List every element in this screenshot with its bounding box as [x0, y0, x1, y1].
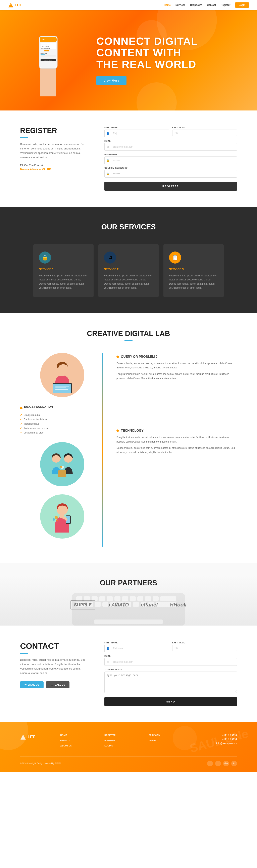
contact-email-row: EMAIL ✉: [104, 655, 237, 666]
first-name-input[interactable]: [111, 130, 169, 136]
svg-text:THE REAL WORLD: THE REAL WORLD: [41, 48, 50, 49]
footer-social: f t G+ in: [207, 761, 237, 766]
lab-image-3: [40, 494, 84, 538]
service-name-2: SERVICE 2: [104, 268, 153, 271]
logo-icon: [8, 2, 14, 8]
query-title: QUERY OR PROBLEM ?: [121, 355, 158, 359]
confirm-row: CONFIRM PASSWORD 🔒: [104, 167, 237, 178]
hero-cta-button[interactable]: View More: [96, 76, 127, 85]
footer-email: info@example.com: [197, 742, 237, 745]
footer-link-register[interactable]: REGISTER: [104, 734, 144, 737]
svg-rect-53: [87, 602, 93, 607]
logo-text: LITE: [15, 3, 23, 7]
query-text-1: Donec mi nulla, auctor nec sem a, ornare…: [117, 361, 237, 370]
svg-rect-59: [133, 602, 139, 607]
idea-title: IDEA & FOUNDATION: [24, 405, 53, 408]
service-icon-wrap-2: 🖥: [104, 251, 116, 264]
confirm-input[interactable]: [111, 171, 237, 177]
password-input[interactable]: [111, 157, 237, 163]
service-desc-1: Vestibulum ante ipsum primis in faucibus…: [39, 274, 88, 290]
register-body: Donec mi nulla, auctor nec sem a, ornare…: [20, 142, 88, 160]
password-input-wrap: 🔒: [104, 156, 237, 164]
idea-item-2: ✔Dapibus ac facilisis in: [20, 418, 104, 421]
contact-last-name-input[interactable]: [172, 645, 237, 651]
lab-image-1: [40, 353, 84, 397]
hero-phone-container: LITE CONNECT DIGITAL CONTENT WITH THE RE…: [16, 24, 80, 96]
nav-logo[interactable]: LITE: [8, 2, 23, 8]
service-name-1: SERVICE 1: [39, 268, 88, 271]
email-us-button[interactable]: ✉ EMAIL US: [20, 681, 43, 688]
contact-first-name-wrap: 👤: [104, 645, 169, 652]
service-card-1: 🔒 SERVICE 1 Vestibulum ante ipsum primis…: [33, 244, 94, 297]
contact-section: CONTACT Donec mi nulla, auctor nec sem a…: [0, 625, 257, 722]
footer-logo-text: LITE: [28, 735, 36, 739]
svg-rect-50: [153, 596, 159, 601]
footer-link-about[interactable]: ABOUT US: [60, 744, 100, 747]
partners-section: OUR PARTNERS SUPPLE ✈ AVIATO cPanel HHoo…: [0, 563, 257, 625]
svg-rect-49: [145, 596, 151, 601]
google-plus-icon[interactable]: G+: [223, 761, 229, 766]
twitter-icon[interactable]: t: [215, 761, 221, 766]
svg-rect-57: [118, 602, 124, 607]
hand-illustration: LITE CONNECT DIGITAL CONTENT WITH THE RE…: [28, 24, 68, 96]
svg-rect-52: [76, 602, 86, 607]
contact-title: CONTACT: [20, 642, 88, 651]
svg-rect-63: [94, 620, 163, 624]
last-name-group: LAST NAME: [172, 127, 237, 137]
confirm-lock-icon: 🔒: [105, 170, 111, 177]
service-card-2: 🖥 SERVICE 2 Vestibulum ante ipsum primis…: [98, 244, 159, 297]
contact-last-name-label: LAST NAME: [172, 642, 237, 644]
query-header: QUERY OR PROBLEM ?: [117, 355, 237, 359]
register-submit-button[interactable]: REGISTER: [104, 182, 237, 191]
nav-contact[interactable]: Contact: [207, 4, 216, 6]
svg-rect-25: [55, 389, 68, 390]
hand-phone: LITE CONNECT DIGITAL CONTENT WITH THE RE…: [28, 24, 68, 96]
lab-underline: [125, 340, 132, 341]
contact-email-input[interactable]: [111, 659, 237, 665]
services-underline: [125, 234, 132, 234]
lab-right-col: QUERY OR PROBLEM ? Donec mi nulla, aucto…: [117, 353, 237, 547]
timeline-line: [102, 353, 103, 547]
footer-link-logins[interactable]: LOGINS: [104, 744, 144, 747]
services-section: OUR SERVICES 🔒 SERVICE 1 Vestibulum ante…: [0, 207, 257, 313]
contact-name-row: FIRST NAME 👤 LAST NAME: [104, 642, 237, 652]
contact-message-input[interactable]: [105, 672, 237, 692]
register-title: REGISTER: [20, 127, 88, 135]
svg-point-35: [55, 516, 58, 519]
call-us-button[interactable]: 📞 CALL US: [46, 681, 69, 688]
service-desc-3: Vestibulum ante ipsum primis in faucibus…: [169, 274, 218, 290]
svg-text:View More: View More: [44, 50, 49, 51]
nav-login-button[interactable]: Login: [235, 2, 249, 8]
footer-link-partner[interactable]: PARTNER: [104, 739, 144, 742]
confirm-input-wrap: 🔒: [104, 170, 237, 178]
person-laptop-illustration: [44, 357, 80, 393]
nav-register[interactable]: Register: [221, 4, 230, 6]
technology-block: TECHNOLOGY Fringilla tincidunt nulla nec…: [117, 429, 237, 455]
svg-rect-42: [92, 596, 98, 601]
send-button[interactable]: SEND: [104, 697, 237, 706]
svg-rect-15: [40, 57, 56, 57]
footer-deco-2: [173, 726, 197, 750]
hero-title: CONNECT DIGITAL CONTENT WITH THE REAL WO…: [96, 36, 241, 70]
last-name-input[interactable]: [172, 130, 237, 136]
contact-first-name-label: FIRST NAME: [104, 642, 169, 644]
email-input[interactable]: [111, 144, 237, 150]
nav-home[interactable]: Home: [164, 4, 171, 6]
checkmark-3: ✔: [20, 423, 22, 425]
email-label: EMAIL: [104, 140, 237, 142]
contact-first-name-group: FIRST NAME 👤: [104, 642, 169, 652]
nav-dropdown[interactable]: Dropdown: [190, 4, 202, 6]
contact-last-name-wrap: [172, 645, 237, 651]
linkedin-icon[interactable]: in: [231, 761, 237, 766]
hero-circle-2: [136, 82, 177, 111]
contact-email-wrap: ✉: [104, 658, 237, 666]
footer-link-home[interactable]: HOME: [60, 734, 100, 737]
footer-link-privacy[interactable]: PRIVACY: [60, 739, 100, 742]
checkmark-1: ✔: [20, 413, 22, 416]
contact-first-name-input[interactable]: [111, 645, 169, 651]
footer-top: LITE HOME REGISTER SERVICES PRIVACY PART…: [20, 734, 237, 748]
facebook-icon[interactable]: f: [207, 761, 213, 766]
nav-services[interactable]: Services: [175, 4, 185, 6]
password-group: PASSWORD 🔒: [104, 153, 237, 164]
svg-rect-55: [102, 602, 108, 607]
